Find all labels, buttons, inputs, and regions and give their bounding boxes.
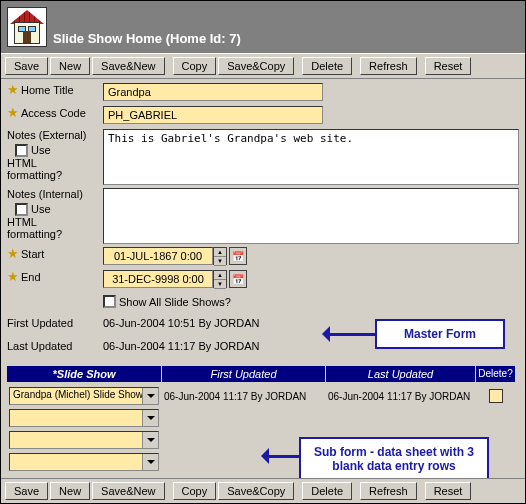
notes-external-textarea[interactable]: This is Gabriel's Grandpa's web site. xyxy=(103,129,519,185)
notes-internal-textarea[interactable] xyxy=(103,188,519,244)
window: Slide Show Home (Home Id: 7) Save New Sa… xyxy=(0,0,526,504)
save-new-button-bottom[interactable]: Save&New xyxy=(92,482,164,500)
show-all-checkbox[interactable] xyxy=(103,295,116,308)
chevron-down-icon[interactable] xyxy=(142,410,158,426)
use-html-int-checkbox[interactable] xyxy=(15,203,28,216)
col-first-updated: First Updated xyxy=(162,366,326,382)
titlebar: Slide Show Home (Home Id: 7) xyxy=(1,1,525,53)
end-date-input[interactable]: 31-DEC-9998 0:00 xyxy=(103,270,213,288)
last-updated-value: 06-Jun-2004 11:17 By JORDAN xyxy=(103,340,260,352)
start-date-spinner[interactable]: ▲▼ xyxy=(213,247,227,265)
new-button[interactable]: New xyxy=(50,57,90,75)
end-date-spinner[interactable]: ▲▼ xyxy=(213,270,227,288)
refresh-button[interactable]: Refresh xyxy=(360,57,417,75)
col-last-updated: Last Updated xyxy=(326,366,476,382)
subform-first-updated xyxy=(162,407,326,429)
callout-sub-form: Sub form - data sheet with 3 blank data … xyxy=(299,437,489,478)
access-code-input[interactable] xyxy=(103,106,323,124)
subform-row xyxy=(7,407,519,429)
save-new-button[interactable]: Save&New xyxy=(92,57,164,75)
form-area: ★Home Title ★Access Code Notes (External… xyxy=(1,79,525,478)
start-date-input[interactable]: 01-JUL-1867 0:00 xyxy=(103,247,213,265)
use-html-ext-checkbox[interactable] xyxy=(15,144,28,157)
label-first-updated: First Updated xyxy=(7,317,99,330)
copy-button[interactable]: Copy xyxy=(173,57,217,75)
window-title: Slide Show Home (Home Id: 7) xyxy=(53,31,241,50)
subform-first-updated: 06-Jun-2004 11:17 By JORDAN xyxy=(162,385,326,407)
delete-button[interactable]: Delete xyxy=(302,57,352,75)
start-date-picker-icon[interactable]: 📅 xyxy=(229,247,247,265)
slide-show-dropdown[interactable] xyxy=(9,431,159,449)
label-show-all: Show All Slide Shows? xyxy=(119,296,231,308)
slide-show-dropdown[interactable] xyxy=(9,409,159,427)
label-start: Start xyxy=(21,248,44,261)
toolbar-top: Save New Save&New Copy Save&Copy Delete … xyxy=(1,53,525,79)
label-notes-int: Notes (Internal) xyxy=(7,188,99,201)
col-delete: Delete? xyxy=(476,366,516,382)
chevron-down-icon[interactable] xyxy=(142,388,158,404)
reset-button-bottom[interactable]: Reset xyxy=(425,482,472,500)
copy-button-bottom[interactable]: Copy xyxy=(173,482,217,500)
subform-row: Grandpa (Michel) Slide Show06-Jun-2004 1… xyxy=(7,385,519,407)
label-access-code: Access Code xyxy=(21,107,86,120)
refresh-button-bottom[interactable]: Refresh xyxy=(360,482,417,500)
new-button-bottom[interactable]: New xyxy=(50,482,90,500)
save-button[interactable]: Save xyxy=(5,57,48,75)
reset-button[interactable]: Reset xyxy=(425,57,472,75)
slide-show-dropdown[interactable] xyxy=(9,453,159,471)
chevron-down-icon[interactable] xyxy=(142,432,158,448)
end-date-picker-icon[interactable]: 📅 xyxy=(229,270,247,288)
label-notes-ext: Notes (External) xyxy=(7,129,99,142)
home-title-input[interactable] xyxy=(103,83,323,101)
col-slide-show: *Slide Show xyxy=(7,366,162,382)
label-end: End xyxy=(21,271,41,284)
chevron-down-icon[interactable] xyxy=(142,454,158,470)
toolbar-bottom: Save New Save&New Copy Save&Copy Delete … xyxy=(1,478,525,503)
first-updated-value: 06-Jun-2004 10:51 By JORDAN xyxy=(103,317,260,329)
save-copy-button-bottom[interactable]: Save&Copy xyxy=(218,482,294,500)
home-icon xyxy=(7,7,47,47)
subform-last-updated: 06-Jun-2004 11:17 By JORDAN xyxy=(326,385,476,407)
label-last-updated: Last Updated xyxy=(7,340,99,353)
slide-show-dropdown[interactable]: Grandpa (Michel) Slide Show xyxy=(9,387,159,405)
label-home-title: Home Title xyxy=(21,84,74,97)
subform-header: *Slide Show First Updated Last Updated D… xyxy=(7,366,519,382)
callout-master-form: Master Form xyxy=(375,319,505,349)
save-copy-button[interactable]: Save&Copy xyxy=(218,57,294,75)
delete-checkbox[interactable] xyxy=(489,389,503,403)
delete-button-bottom[interactable]: Delete xyxy=(302,482,352,500)
save-button-bottom[interactable]: Save xyxy=(5,482,48,500)
subform-last-updated xyxy=(326,407,476,429)
